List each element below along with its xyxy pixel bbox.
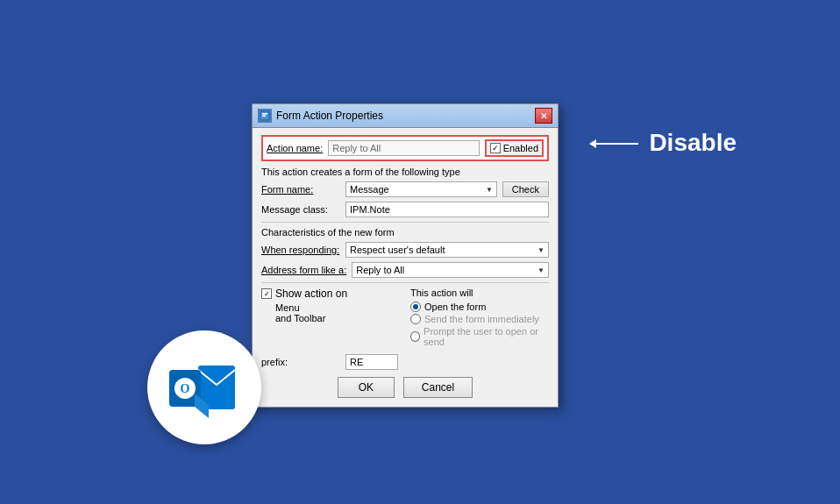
- enabled-checkbox[interactable]: ✓: [490, 143, 501, 153]
- form-icon: [260, 110, 270, 121]
- address-form-label: Address form like a:: [261, 265, 346, 275]
- when-responding-arrow: ▼: [537, 246, 545, 254]
- open-form-label: Open the form: [424, 302, 486, 312]
- disable-label: Disable: [649, 129, 737, 157]
- enabled-label: Enabled: [503, 143, 538, 153]
- dialog-title: Form Action Properties: [276, 110, 383, 122]
- prefix-input[interactable]: [345, 354, 398, 370]
- dialog-icon: [258, 109, 272, 123]
- left-col: ✓ Show action on Menu and Toolbar: [261, 287, 410, 323]
- right-col: This action will Open the form Send the …: [410, 287, 549, 349]
- separator-2: [261, 282, 549, 283]
- show-action-checkbox-row: ✓ Show action on: [261, 287, 410, 300]
- show-action-label: Show action on: [275, 287, 347, 300]
- dialog-title-bar: Form Action Properties ✕: [253, 104, 558, 128]
- enabled-area: ✓ Enabled: [485, 139, 544, 157]
- when-responding-select[interactable]: Respect user's default ▼: [345, 242, 549, 258]
- prompt-radio[interactable]: [410, 331, 420, 342]
- send-immediately-radio[interactable]: [410, 314, 421, 324]
- prompt-row: Prompt the user to open or send: [410, 326, 549, 347]
- address-form-row: Address form like a: Reply to All ▼: [261, 262, 549, 278]
- form-name-arrow: ▼: [486, 186, 493, 194]
- svg-text:O: O: [181, 382, 190, 395]
- button-row: OK Cancel: [261, 377, 549, 398]
- menu-label: Menu: [261, 302, 410, 313]
- action-name-label: Action name:: [267, 143, 323, 153]
- characteristics-label: Characteristics of the new form: [261, 227, 549, 238]
- address-form-value: Reply to All: [356, 265, 404, 275]
- form-action-properties-dialog: Form Action Properties ✕ Action name: ✓ …: [252, 103, 559, 408]
- action-name-input[interactable]: [328, 140, 479, 156]
- send-immediately-row: Send the form immediately: [410, 314, 549, 324]
- form-name-select[interactable]: Message ▼: [345, 181, 497, 197]
- when-responding-row: When responding: Respect user's default …: [261, 242, 549, 258]
- address-form-select[interactable]: Reply to All ▼: [352, 262, 549, 278]
- form-name-label: Form name:: [261, 184, 340, 195]
- creates-form-text: This action creates a form of the follow…: [261, 167, 549, 177]
- outlook-logo: O: [147, 330, 261, 444]
- action-name-row: Action name: ✓ Enabled: [261, 135, 549, 161]
- form-name-value: Message: [350, 184, 389, 195]
- form-name-row: Form name: Message ▼ Check: [261, 181, 549, 197]
- arrow-indicator: [590, 143, 638, 145]
- message-class-row: Message class: IPM.Note: [261, 202, 549, 217]
- prefix-row: prefix:: [261, 354, 549, 370]
- check-button[interactable]: Check: [502, 181, 549, 197]
- open-form-radio[interactable]: [410, 302, 421, 312]
- address-form-arrow: ▼: [537, 266, 545, 274]
- message-class-value: IPM.Note: [350, 204, 390, 215]
- prefix-label: prefix:: [261, 357, 340, 367]
- separator-1: [261, 222, 549, 223]
- outlook-svg-icon: O: [165, 348, 244, 427]
- message-class-label: Message class:: [261, 204, 340, 215]
- open-form-row: Open the form: [410, 302, 549, 312]
- toolbar-label: and Toolbar: [261, 313, 410, 323]
- send-immediately-label: Send the form immediately: [424, 314, 539, 324]
- message-class-input: IPM.Note: [345, 202, 549, 217]
- title-bar-left: Form Action Properties: [258, 109, 383, 123]
- ok-button[interactable]: OK: [338, 377, 395, 398]
- prompt-label: Prompt the user to open or send: [424, 326, 549, 347]
- svg-rect-5: [262, 113, 267, 115]
- when-responding-label: When responding:: [261, 245, 340, 255]
- svg-rect-6: [262, 116, 266, 117]
- cancel-button[interactable]: Cancel: [403, 377, 473, 398]
- this-action-label: This action will: [410, 287, 549, 298]
- show-action-checkbox[interactable]: ✓: [261, 288, 272, 299]
- show-action-row: ✓ Show action on Menu and Toolbar This a…: [261, 287, 549, 349]
- close-button[interactable]: ✕: [535, 108, 552, 124]
- when-responding-value: Respect user's default: [350, 245, 445, 255]
- dialog-content: Action name: ✓ Enabled This action creat…: [253, 128, 558, 407]
